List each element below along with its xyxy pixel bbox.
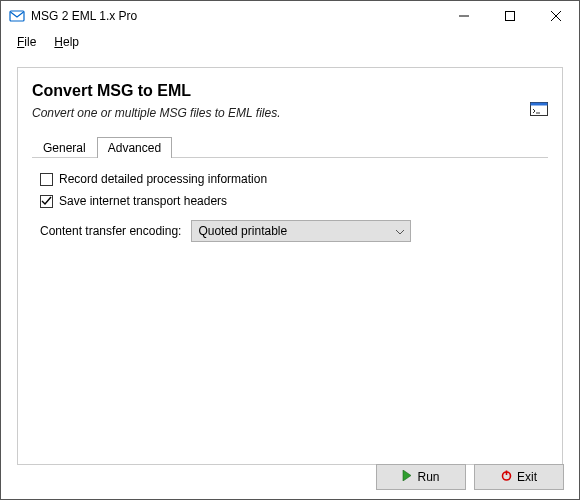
page-subtitle: Convert one or multiple MSG files to EML… [32,106,548,120]
content-area: Convert MSG to EML Convert one or multip… [1,53,579,475]
window-controls [441,1,579,31]
chevron-down-icon [396,226,404,237]
run-label: Run [417,470,439,484]
tab-panel-advanced: Record detailed processing information S… [32,157,548,437]
close-button[interactable] [533,1,579,31]
menu-help[interactable]: Help [46,33,87,51]
main-panel: Convert MSG to EML Convert one or multip… [17,67,563,465]
tab-strip: General Advanced [32,136,548,157]
checkbox-record-detail[interactable] [40,173,53,186]
footer-buttons: Run Exit [376,464,564,490]
window-title: MSG 2 EML 1.x Pro [31,9,441,23]
exit-label: Exit [517,470,537,484]
svg-rect-6 [531,103,548,106]
encoding-value: Quoted printable [198,224,287,238]
minimize-button[interactable] [441,1,487,31]
maximize-button[interactable] [487,1,533,31]
tab-general[interactable]: General [32,137,97,158]
option-record-detail[interactable]: Record detailed processing information [40,172,540,186]
svg-rect-2 [506,12,515,21]
menubar: File Help [1,31,579,53]
encoding-label: Content transfer encoding: [40,224,181,238]
encoding-row: Content transfer encoding: Quoted printa… [40,220,540,242]
app-icon [9,8,25,24]
checkbox-save-headers[interactable] [40,195,53,208]
tab-advanced[interactable]: Advanced [97,137,172,158]
encoding-select[interactable]: Quoted printable [191,220,411,242]
console-icon [530,102,548,119]
exit-button[interactable]: Exit [474,464,564,490]
label-save-headers: Save internet transport headers [59,194,227,208]
power-icon [501,470,512,484]
option-save-headers[interactable]: Save internet transport headers [40,194,540,208]
play-icon [402,470,412,484]
menu-file[interactable]: File [9,33,44,51]
titlebar: MSG 2 EML 1.x Pro [1,1,579,31]
page-heading: Convert MSG to EML [32,82,548,100]
run-button[interactable]: Run [376,464,466,490]
label-record-detail: Record detailed processing information [59,172,267,186]
